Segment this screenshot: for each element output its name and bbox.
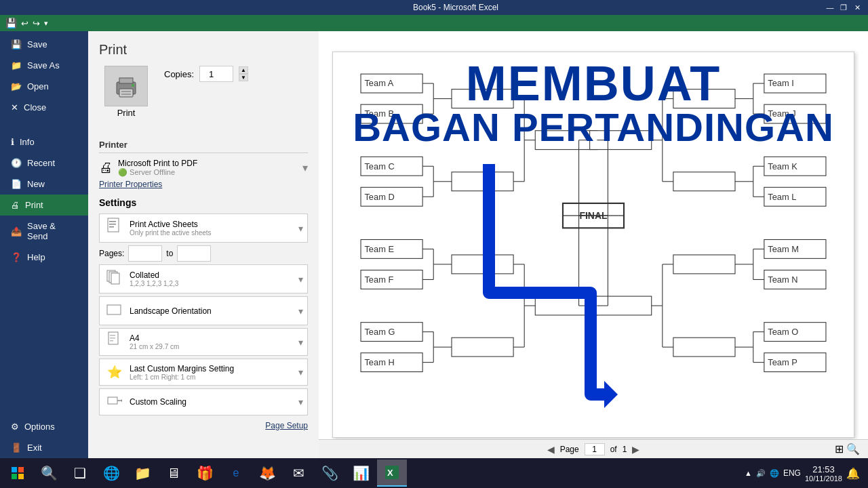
landscape-setting[interactable]: Landscape Orientation ▾	[99, 296, 308, 325]
svg-rect-6	[108, 218, 119, 232]
svg-rect-38	[452, 172, 513, 191]
sidebar-item-close[interactable]: ✕ Close	[0, 97, 88, 118]
scaling-arrow[interactable]: ▾	[298, 396, 303, 407]
speaker-icon[interactable]: 🔊	[756, 469, 766, 478]
svg-text:X: X	[387, 468, 393, 478]
printer-info: Microsoft Print to PDF 🟢 Server Offline	[118, 159, 197, 177]
zoom-page-icon[interactable]: 🔍	[846, 443, 860, 455]
sidebar-item-new[interactable]: 📄 New	[0, 174, 88, 195]
current-page-input[interactable]	[585, 443, 605, 455]
svg-rect-61	[673, 255, 735, 274]
save-icon: 💾	[11, 39, 22, 49]
collated-setting[interactable]: Collated 1,2,3 1,2,3 1,2,3 ▾	[99, 264, 308, 293]
restore-button[interactable]: ❐	[838, 3, 849, 12]
app7-btn[interactable]: 📊	[346, 460, 376, 487]
collated-arrow[interactable]: ▾	[298, 274, 303, 285]
open-icon: 📂	[11, 81, 22, 92]
scaling-setting[interactable]: Custom Scaling ▾	[99, 388, 308, 415]
printer-status: 🟢 Server Offline	[118, 168, 197, 177]
print-button[interactable]: Print	[99, 66, 153, 118]
search-taskbar-btn[interactable]: 🔍	[34, 460, 64, 487]
sidebar-item-open[interactable]: 📂 Open	[0, 76, 88, 97]
page-setup-link[interactable]: Page Setup	[99, 421, 308, 430]
sidebar-item-print[interactable]: 🖨 Print	[0, 195, 88, 216]
printer-section-title: Printer	[99, 140, 308, 153]
store-btn[interactable]: 🎁	[190, 460, 220, 487]
ie-btn[interactable]: e	[221, 460, 251, 487]
redo-quick-btn[interactable]: ↪	[33, 18, 40, 28]
page-preview: Team A Team B Team C Team D Team E Team …	[332, 52, 854, 438]
app6-btn[interactable]: 📎	[315, 460, 344, 487]
page-nav-bar: ◀ Page of 1 ▶ ⊞ 🔍	[319, 439, 868, 458]
sidebar-item-help[interactable]: ❓ Help	[0, 247, 88, 268]
windows-logo	[11, 466, 24, 480]
next-page-btn[interactable]: ▶	[632, 444, 639, 455]
svg-rect-1	[119, 78, 133, 83]
svg-text:Team G: Team G	[364, 327, 395, 337]
edge-btn[interactable]: 🌐	[96, 460, 126, 487]
system-clock[interactable]: 21:53 10/11/2018	[805, 464, 842, 483]
tray-arrow[interactable]: ▲	[745, 469, 752, 477]
firefox-btn[interactable]: 🦊	[252, 460, 282, 487]
svg-text:Team O: Team O	[768, 327, 798, 337]
pages-to-input[interactable]	[177, 245, 211, 262]
margins-arrow[interactable]: ▾	[298, 367, 303, 378]
sidebar-item-options[interactable]: ⚙ Options	[0, 416, 88, 437]
settings-taskbar-btn[interactable]: 🖥	[159, 460, 189, 487]
network-icon[interactable]: 🌐	[770, 469, 779, 478]
svg-rect-7	[109, 221, 116, 222]
print-panel-title: Print	[99, 42, 308, 58]
scaling-icon	[105, 393, 124, 411]
paper-size-setting[interactable]: A4 21 cm x 29.7 cm ▾	[99, 328, 308, 356]
landscape-arrow[interactable]: ▾	[298, 306, 303, 317]
printer-properties-link[interactable]: Printer Properties	[99, 180, 308, 189]
svg-rect-126	[12, 474, 17, 479]
notification-btn[interactable]: 🔔	[846, 467, 860, 480]
sidebar-item-saveas[interactable]: 📁 Save As	[0, 55, 88, 76]
undo-quick-btn[interactable]: ↩	[21, 18, 28, 28]
copies-input[interactable]	[199, 66, 233, 82]
svg-rect-16	[110, 338, 115, 339]
paper-size-arrow[interactable]: ▾	[298, 337, 303, 348]
margins-setting[interactable]: ⭐ Last Custom Margins Setting Left: 1 cm…	[99, 359, 308, 386]
print-sheets-arrow[interactable]: ▾	[298, 223, 303, 234]
svg-rect-18	[108, 397, 117, 404]
copies-spinner[interactable]: ▲ ▼	[239, 66, 248, 81]
margins-text: Last Custom Margins Setting Left: 1 cm R…	[130, 364, 302, 381]
svg-text:Team A: Team A	[364, 78, 393, 88]
title-bar-title: Book5 - Microsoft Excel	[87, 3, 825, 12]
minimize-button[interactable]: —	[825, 3, 835, 12]
close-button[interactable]: ✕	[852, 3, 863, 12]
copies-up[interactable]: ▲	[239, 66, 248, 74]
fit-page-icon[interactable]: ⊞	[835, 443, 844, 455]
print-sheets-text: Print Active Sheets Only print the activ…	[130, 220, 302, 237]
print-icon: 🖨	[11, 200, 20, 210]
sidebar-item-recent[interactable]: 🕐 Recent	[0, 152, 88, 174]
landscape-icon	[105, 300, 124, 322]
save-quick-btn[interactable]: 💾	[5, 18, 17, 28]
taskview-btn[interactable]: ❑	[65, 460, 95, 487]
printer-dropdown-icon[interactable]: ▾	[302, 161, 308, 174]
sidebar-item-exit[interactable]: 🚪 Exit	[0, 437, 88, 458]
start-button[interactable]	[3, 460, 33, 487]
excel-taskbar-btn[interactable]: X	[377, 460, 407, 487]
svg-rect-3	[121, 91, 131, 92]
pages-to-label: to	[166, 249, 173, 258]
print-sheets-icon	[105, 217, 124, 239]
svg-text:Team B: Team B	[364, 108, 394, 119]
prev-page-btn[interactable]: ◀	[547, 444, 555, 455]
sidebar-item-save[interactable]: 💾 Save	[0, 31, 88, 55]
svg-rect-9	[109, 226, 114, 228]
print-active-sheets-setting[interactable]: Print Active Sheets Only print the activ…	[99, 214, 308, 243]
copies-down[interactable]: ▼	[239, 74, 248, 81]
mail-btn[interactable]: ✉	[283, 460, 313, 487]
svg-rect-8	[109, 224, 116, 225]
new-icon: 📄	[11, 179, 22, 189]
title-bar-controls: — ❐ ✕	[825, 3, 863, 12]
sidebar-item-savesend[interactable]: 📤 Save & Send	[0, 216, 88, 247]
fileexplorer-btn[interactable]: 📁	[127, 460, 157, 487]
collated-svg	[106, 268, 123, 287]
pages-from-input[interactable]	[128, 245, 162, 262]
customize-quick-btn[interactable]: ▾	[44, 19, 48, 28]
sidebar-item-info[interactable]: ℹ Info	[0, 131, 88, 152]
